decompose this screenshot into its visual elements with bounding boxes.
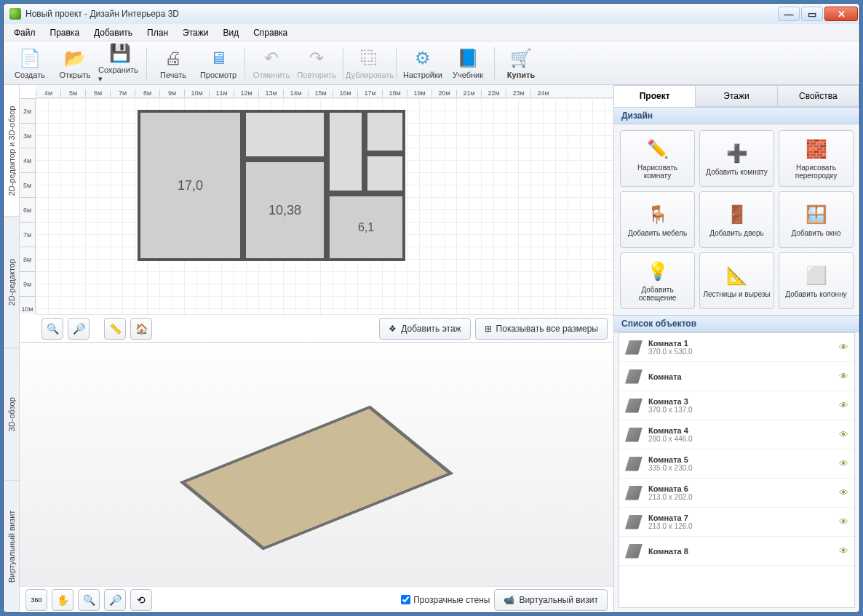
- right-tabs: ПроектЭтажиСвойства: [614, 85, 859, 107]
- draw-partition-button[interactable]: 🧱Нарисовать перегородку: [779, 130, 854, 187]
- new-label: Создать: [15, 71, 45, 79]
- draw-partition-icon: 🧱: [805, 137, 828, 161]
- toolbar-separator: [244, 47, 245, 79]
- righttab-2[interactable]: Свойства: [777, 85, 859, 107]
- minimize-button[interactable]: —: [778, 7, 800, 21]
- buy-button[interactable]: 🛒Купить: [499, 43, 543, 84]
- object-row[interactable]: Комната 3370.0 x 137.0👁: [619, 391, 854, 420]
- visibility-icon[interactable]: 👁: [839, 429, 848, 440]
- visibility-icon[interactable]: 👁: [839, 545, 848, 556]
- transparent-walls-input[interactable]: [401, 595, 410, 604]
- tutorial-icon: 📘: [457, 47, 479, 69]
- object-row[interactable]: Комната 6213.0 x 202.0👁: [619, 479, 854, 508]
- cube-icon: [625, 399, 643, 413]
- visibility-icon[interactable]: 👁: [839, 487, 848, 498]
- zoom-out-button[interactable]: 🔍: [41, 318, 63, 340]
- object-row[interactable]: Комната 1370.0 x 530.0👁: [619, 333, 854, 362]
- object-row[interactable]: Комната 8👁: [619, 537, 854, 566]
- add-window-button[interactable]: 🪟Добавить окно: [779, 191, 854, 248]
- room-hall[interactable]: [327, 110, 365, 193]
- lefttab-tour[interactable]: Виртуальный визит: [4, 481, 19, 612]
- object-row[interactable]: Комната👁: [619, 362, 854, 391]
- undo-icon: ↶: [261, 47, 282, 69]
- zoom-out-3d-button[interactable]: 🔍: [78, 589, 100, 611]
- new-icon: 📄: [19, 47, 41, 69]
- cube-icon: [625, 544, 643, 559]
- visibility-icon[interactable]: 👁: [839, 342, 848, 353]
- open-icon: 📂: [64, 47, 86, 69]
- 2d-canvas[interactable]: 17,0 10,38 6,1: [36, 98, 613, 314]
- menu-справка[interactable]: Справка: [247, 26, 293, 39]
- room-1[interactable]: 17,0: [138, 110, 243, 261]
- save-button[interactable]: 💾Сохранить ▾: [98, 43, 142, 84]
- 3d-model[interactable]: [149, 372, 484, 583]
- righttab-0[interactable]: Проект: [613, 85, 696, 107]
- menu-файл[interactable]: Файл: [8, 26, 41, 39]
- visibility-icon[interactable]: 👁: [839, 458, 848, 469]
- app-window: Новый проект - Дизайн Интерьера 3D — ▭ ✕…: [3, 3, 860, 613]
- right-panel: ПроектЭтажиСвойства Дизайн ✏️Нарисовать …: [613, 85, 859, 612]
- draw-room-button[interactable]: ✏️Нарисовать комнату: [620, 130, 695, 187]
- floorplan[interactable]: 17,0 10,38 6,1: [138, 110, 414, 270]
- lefttab-2d[interactable]: 2D-редактор: [4, 217, 19, 348]
- visibility-icon[interactable]: 👁: [839, 400, 848, 411]
- toolbar-separator: [146, 47, 147, 79]
- home-button[interactable]: 🏠: [130, 318, 152, 340]
- righttab-1[interactable]: Этажи: [695, 85, 777, 107]
- object-row[interactable]: Комната 4280.0 x 446.0👁: [619, 420, 854, 449]
- room-bath1[interactable]: [365, 110, 405, 153]
- save-icon: 💾: [109, 43, 131, 64]
- show-dimensions-button[interactable]: ⊞ Показывать все размеры: [475, 318, 608, 340]
- preview-button[interactable]: 🖥Просмотр: [196, 43, 240, 84]
- rotate-360-button[interactable]: 360: [25, 589, 47, 611]
- lefttab-3d[interactable]: 3D-обзор: [4, 349, 19, 481]
- save-label: Сохранить ▾: [98, 65, 142, 84]
- zoom-in-button[interactable]: 🔎: [68, 318, 90, 340]
- 3d-view[interactable]: 360 ✋ 🔍 🔎 ⟲ Прозрачные стены 📹 Виртуальн…: [20, 343, 613, 612]
- visibility-icon[interactable]: 👁: [839, 371, 848, 382]
- print-button[interactable]: 🖨Печать: [151, 43, 195, 84]
- duplicate-icon: ⿻: [359, 47, 381, 69]
- tutorial-button[interactable]: 📘Учебник: [446, 43, 490, 84]
- add-door-button[interactable]: 🚪Добавить дверь: [699, 191, 774, 248]
- add-floor-button[interactable]: ❖ Добавить этаж: [379, 318, 470, 340]
- room-bath2[interactable]: [365, 153, 405, 193]
- object-list[interactable]: Комната 1370.0 x 530.0👁Комната👁Комната 3…: [619, 332, 855, 608]
- add-column-button[interactable]: ⬜Добавить колонну: [779, 252, 854, 309]
- virtual-tour-button[interactable]: 📹 Виртуальный визит: [494, 589, 608, 611]
- undo-button: ↶Отменить: [250, 43, 293, 84]
- stairs-button[interactable]: 📐Лестницы и вырезы: [699, 252, 774, 309]
- add-room-button[interactable]: ➕Добавить комнату: [699, 130, 774, 187]
- room-3[interactable]: 6,1: [327, 193, 405, 261]
- maximize-button[interactable]: ▭: [801, 7, 823, 21]
- cube-icon: [625, 369, 643, 384]
- room-small[interactable]: [243, 110, 327, 159]
- add-furniture-button[interactable]: 🪑Добавить мебель: [620, 191, 695, 248]
- menubar: ФайлПравкаДобавитьПланЭтажиВидСправка: [4, 24, 859, 41]
- menu-вид[interactable]: Вид: [217, 26, 244, 39]
- zoom-in-3d-button[interactable]: 🔎: [104, 589, 126, 611]
- duplicate-label: Дублировать: [346, 71, 394, 79]
- transparent-walls-checkbox[interactable]: Прозрачные стены: [401, 595, 490, 605]
- pan-button[interactable]: ✋: [52, 589, 73, 611]
- object-row[interactable]: Комната 7213.0 x 126.0👁: [619, 508, 854, 537]
- camera-icon: 📹: [504, 595, 514, 605]
- menu-план[interactable]: План: [141, 26, 174, 39]
- lefttab-combo[interactable]: 2D-редактор и 3D-обзор: [4, 85, 19, 217]
- open-button[interactable]: 📂Открыть: [53, 43, 97, 84]
- center-panel: 4м5м6м7м8м9м10м11м12м13м14м15м16м17м18м1…: [20, 85, 613, 612]
- settings-button[interactable]: ⚙Настройки: [401, 43, 445, 84]
- stairs-icon: 📐: [725, 264, 749, 287]
- reset-view-button[interactable]: ⟲: [130, 589, 152, 611]
- visibility-icon[interactable]: 👁: [839, 516, 848, 527]
- add-light-button[interactable]: 💡Добавить освещение: [620, 252, 695, 309]
- close-button[interactable]: ✕: [824, 7, 858, 21]
- measure-button[interactable]: 📏: [104, 318, 126, 340]
- object-row[interactable]: Комната 5335.0 x 230.0👁: [619, 449, 854, 479]
- menu-правка[interactable]: Правка: [44, 26, 86, 39]
- menu-этажи[interactable]: Этажи: [177, 26, 214, 39]
- new-button[interactable]: 📄Создать: [8, 43, 52, 84]
- main-toolbar: 📄Создать📂Открыть💾Сохранить ▾🖨Печать🖥Прос…: [4, 41, 859, 85]
- room-2[interactable]: 10,38: [243, 159, 327, 261]
- menu-добавить[interactable]: Добавить: [88, 26, 138, 39]
